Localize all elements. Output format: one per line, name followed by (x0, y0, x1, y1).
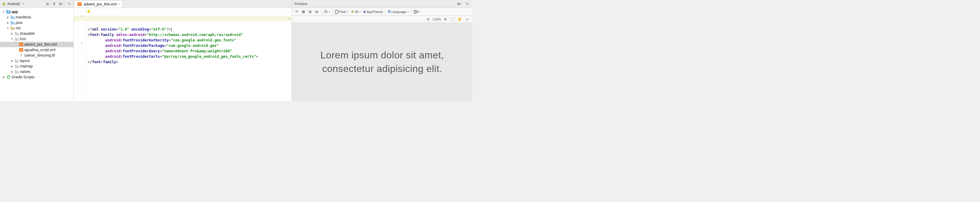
tree-node-app[interactable]: app (0, 9, 73, 14)
refresh-icon[interactable]: ⟳ (294, 9, 300, 15)
api-dropdown[interactable]: 26 ▼ (350, 10, 362, 14)
theme-icon: ◉ (363, 10, 366, 14)
chevron-down-icon[interactable]: ▼ (22, 2, 24, 5)
language-label: Language (392, 10, 407, 14)
preview-sample-text: Lorem ipsum dolor sit amet, consectetur … (320, 48, 444, 76)
tree-label: Gradle Scripts (11, 75, 35, 79)
folder-icon (11, 26, 15, 30)
tree-label: caesar_dressing.ttf (24, 53, 55, 57)
preview-title: Preview (294, 2, 307, 6)
preview-canvas: Lorem ipsum dolor sit amet, consectetur … (292, 23, 473, 101)
tree-node-caesar[interactable]: T caesar_dressing.ttf (0, 52, 73, 58)
theme-dropdown[interactable]: ◉ AppTheme (362, 10, 383, 14)
android-icon (2, 2, 6, 6)
project-tree: app manifests java res drawable font (0, 8, 73, 101)
lorem-line-1: Lorem ipsum dolor sit amet, (320, 48, 444, 62)
globe-icon (387, 10, 391, 14)
tree-node-gradle[interactable]: Gradle Scripts (0, 75, 73, 80)
gutter (74, 8, 86, 101)
zoom-out-icon[interactable]: ⊖ (425, 16, 431, 22)
gear-icon[interactable]: ⚙▾ (58, 1, 64, 6)
ttf-file-icon: T (19, 53, 23, 57)
tree-label: res (16, 26, 21, 30)
tab-label: advent_pro_thin.xml (84, 2, 116, 6)
module-icon (6, 10, 11, 14)
hide-icon[interactable]: ⥃ (464, 1, 470, 7)
svg-rect-4 (325, 11, 327, 13)
lorem-line-2: consectetur adipisicing elit. (320, 62, 444, 76)
tree-node-res[interactable]: res (0, 25, 73, 31)
tree-label: layout (20, 59, 30, 63)
tree-label: java (16, 21, 22, 25)
hide-icon[interactable]: ⥃ (66, 1, 72, 6)
tree-label: values (20, 70, 30, 74)
tree-label: app (11, 10, 18, 14)
language-dropdown[interactable]: Language ▼ (387, 10, 410, 14)
view-selector-label[interactable]: Android (7, 2, 20, 6)
device-label: Pixel (339, 10, 346, 14)
svg-rect-7 (414, 10, 415, 13)
code-editor[interactable]: ✔ ⊟ ⊟ <?xml version="1.0" encoding="utf-… (74, 8, 291, 101)
text-caret (171, 27, 172, 32)
tree-node-font[interactable]: font (0, 36, 73, 42)
android-icon (350, 10, 354, 14)
gear-icon[interactable]: ⚙▾ (456, 1, 462, 7)
preview-zoom-bar: ⊖ 110% ⊕ ⛶ ✋ ≡ (292, 16, 473, 23)
svg-point-3 (8, 12, 9, 13)
xml-file-icon: <> (19, 42, 23, 46)
tree-label: advent_pro_thin.xml (24, 42, 57, 46)
tree-label: font (20, 37, 26, 41)
orientation-dropdown[interactable]: ▼ (323, 10, 331, 14)
tree-label: mipmap (20, 64, 33, 68)
folder-icon (15, 32, 19, 36)
layout-split-h-icon[interactable]: ▥ (307, 9, 313, 15)
variants-dropdown[interactable]: ▼ (413, 10, 422, 14)
folder-icon (15, 70, 19, 74)
svg-rect-1 (6, 10, 8, 11)
svg-rect-8 (416, 11, 418, 13)
preview-pane: Preview ⚙▾ ⥃ ⟳ ▦ ▥ ▤ ▼ Pixel ▼ 26 ▼ ◉ Ap… (292, 0, 473, 101)
close-icon[interactable]: ✕ (118, 2, 120, 6)
target-icon[interactable]: ⊕ (45, 1, 50, 6)
tree-node-values[interactable]: values (0, 69, 73, 75)
zoom-in-icon[interactable]: ⊕ (442, 16, 448, 22)
device-dropdown[interactable]: Pixel ▼ (334, 10, 349, 14)
api-label: 26 (355, 10, 358, 14)
tree-node-java[interactable]: java (0, 20, 73, 25)
preview-header: Preview ⚙▾ ⥃ (292, 0, 473, 8)
pan-icon[interactable]: ✋ (457, 16, 463, 22)
xml-file-icon: <> (19, 48, 23, 52)
tree-node-aguafina[interactable]: <> aguafina_script.xml (0, 47, 73, 52)
tree-node-mipmap[interactable]: mipmap (0, 64, 73, 69)
preview-toolbar: ⟳ ▦ ▥ ▤ ▼ Pixel ▼ 26 ▼ ◉ AppTheme (292, 8, 473, 16)
tree-label: aguafina_script.xml (24, 48, 55, 52)
layout-split-v-icon[interactable]: ▤ (313, 9, 320, 15)
editor-tab-bar: <> advent_pro_thin.xml ✕ (74, 0, 291, 8)
editor-tab[interactable]: <> advent_pro_thin.xml ✕ (74, 0, 123, 8)
editor-pane: <> advent_pro_thin.xml ✕ ✔ ⊟ ⊟ <?xml ver… (74, 0, 292, 101)
tree-node-layout[interactable]: layout (0, 58, 73, 64)
gradle-icon (6, 75, 11, 79)
folder-icon (15, 37, 19, 41)
zoom-value: 110% (433, 17, 441, 21)
theme-label: AppTheme (367, 10, 383, 14)
folder-icon (15, 59, 19, 63)
collapse-icon[interactable]: ⇵ (51, 1, 57, 6)
folder-icon (11, 15, 15, 19)
svg-rect-5 (336, 10, 338, 14)
tree-node-advent[interactable]: <> advent_pro_thin.xml (0, 42, 73, 47)
zoom-fit-icon[interactable]: ⛶ (449, 16, 455, 22)
layout-grid-icon[interactable]: ▦ (300, 9, 306, 15)
tree-label: drawable (20, 32, 35, 36)
xml-file-icon: <> (78, 2, 82, 6)
tree-label: manifests (16, 15, 31, 19)
tree-node-manifests[interactable]: manifests (0, 14, 73, 20)
sidebar-header: Android ▼ ⊕ ⇵ ⚙▾ ⥃ (0, 0, 73, 8)
project-sidebar: Android ▼ ⊕ ⇵ ⚙▾ ⥃ app manifests java (0, 0, 74, 101)
folder-icon (15, 64, 19, 68)
tree-node-drawable[interactable]: drawable (0, 31, 73, 36)
code-content[interactable]: ⊟ ⊟ <?xml version="1.0" encoding="utf-8"… (86, 8, 291, 101)
folder-icon (11, 21, 15, 25)
settings-icon[interactable]: ≡ (464, 16, 470, 22)
